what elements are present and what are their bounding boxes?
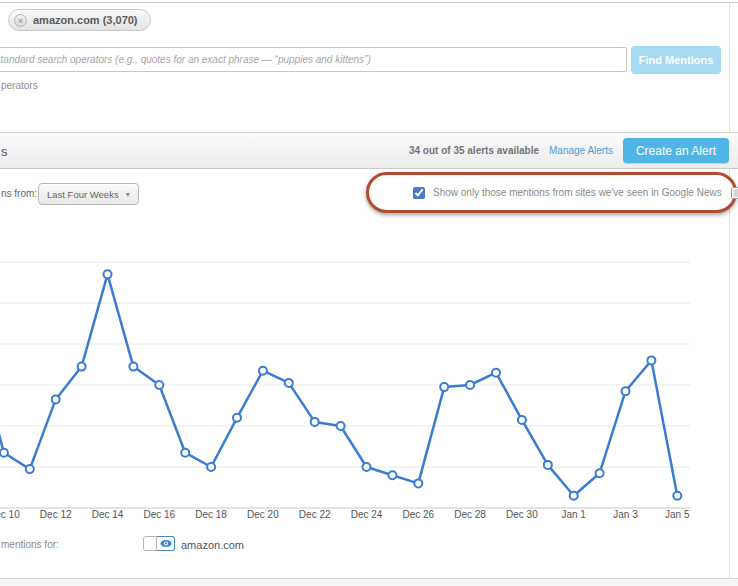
annotation-oval: Show only those mentions from sites we'v…: [366, 172, 737, 213]
data-point[interactable]: [492, 369, 500, 377]
data-point[interactable]: [0, 449, 8, 457]
data-point[interactable]: [544, 461, 552, 469]
date-range-dropdown[interactable]: Last Four Weeks ▾: [38, 183, 139, 205]
data-point[interactable]: [52, 395, 60, 403]
toggle-knob: [143, 536, 157, 551]
x-tick-label: Jan 5: [665, 509, 690, 520]
google-news-checkbox-label: Show only those mentions from sites we'v…: [433, 187, 722, 198]
top-divider: [0, 2, 738, 3]
page-background-strip: [0, 579, 738, 586]
mentions-chart: Dec 10Dec 12Dec 14Dec 16Dec 18Dec 20Dec …: [0, 228, 738, 520]
section-title-fragment: s: [1, 144, 8, 159]
data-point[interactable]: [207, 463, 215, 471]
data-point[interactable]: [259, 367, 267, 375]
google-news-checkbox[interactable]: [413, 187, 425, 199]
data-point[interactable]: [129, 363, 137, 371]
create-alert-button[interactable]: Create an Alert: [623, 138, 729, 163]
data-point[interactable]: [673, 492, 681, 500]
newspaper-icon: [730, 185, 738, 200]
data-point[interactable]: [26, 465, 34, 473]
x-tick-label: Dec 22: [299, 509, 331, 520]
data-point[interactable]: [78, 363, 86, 371]
legend-label-fragment: mentions for:: [1, 539, 59, 550]
chevron-down-icon: ▾: [126, 190, 130, 199]
mentions-from-label-fragment: ns from:: [1, 188, 37, 199]
keyword-pill[interactable]: × amazon.com (3,070): [8, 9, 151, 31]
x-tick-label: Dec 16: [143, 509, 175, 520]
data-point[interactable]: [104, 270, 112, 278]
x-tick-label: Dec 26: [402, 509, 434, 520]
alerts-available-status: 34 out of 35 alerts available: [409, 145, 539, 156]
data-point[interactable]: [181, 449, 189, 457]
x-tick-label: Dec 14: [92, 509, 124, 520]
data-point[interactable]: [233, 414, 241, 422]
find-mentions-button[interactable]: Find Mentions: [631, 46, 721, 74]
data-point[interactable]: [311, 418, 319, 426]
data-point[interactable]: [570, 492, 578, 500]
series-visibility-toggle[interactable]: [143, 536, 175, 551]
x-tick-label: Dec 10: [0, 509, 20, 520]
alerts-controls: 34 out of 35 alerts available Manage Ale…: [409, 133, 729, 168]
data-point[interactable]: [622, 387, 630, 395]
data-point[interactable]: [388, 471, 396, 479]
x-tick-label: Dec 24: [351, 509, 383, 520]
data-point[interactable]: [518, 416, 526, 424]
x-tick-label: Dec 30: [506, 509, 538, 520]
x-tick-label: Dec 20: [247, 509, 279, 520]
data-point[interactable]: [647, 356, 655, 364]
data-point[interactable]: [596, 469, 604, 477]
eye-icon: [160, 539, 172, 548]
search-operators-text-fragment: perators: [1, 80, 38, 91]
data-point[interactable]: [363, 463, 371, 471]
toggle-eye-cell: [157, 536, 175, 551]
data-point[interactable]: [337, 422, 345, 430]
x-tick-label: Dec 28: [454, 509, 486, 520]
x-tick-label: Jan 1: [561, 509, 586, 520]
data-point[interactable]: [155, 381, 163, 389]
data-point[interactable]: [440, 383, 448, 391]
manage-alerts-link[interactable]: Manage Alerts: [549, 145, 613, 156]
data-point[interactable]: [466, 381, 474, 389]
legend-series-name: amazon.com: [181, 539, 244, 551]
keyword-pill-label: amazon.com (3,070): [33, 14, 138, 26]
data-point[interactable]: [285, 379, 293, 387]
x-tick-label: Dec 18: [195, 509, 227, 520]
remove-keyword-icon[interactable]: ×: [14, 14, 27, 27]
search-input[interactable]: [0, 47, 627, 72]
data-point[interactable]: [414, 479, 422, 487]
alerts-header-bar: s 34 out of 35 alerts available Manage A…: [0, 132, 738, 169]
x-tick-label: Jan 3: [613, 509, 638, 520]
date-range-value: Last Four Weeks: [47, 189, 119, 200]
x-tick-label: Dec 12: [40, 509, 72, 520]
